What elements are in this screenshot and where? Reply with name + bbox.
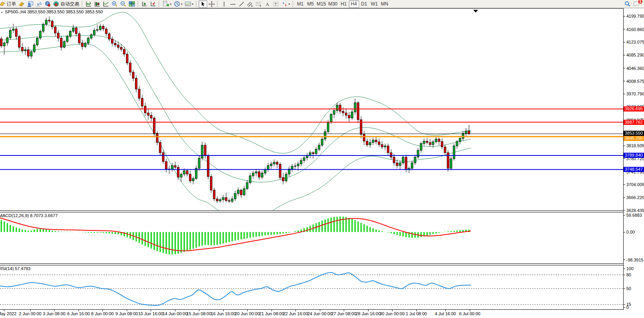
toolbar-handle[interactable] — [217, 1, 219, 7]
price-level-badge[interactable]: 3789.840 — [624, 153, 644, 158]
time-tick-label: 10 Jun 16:00 — [138, 311, 163, 316]
dropdown-arrow-icon: ▾ — [192, 2, 193, 6]
main-chart-panel[interactable]: ▾ SP500-,H4 3853.550 3853.550 3853.550 3… — [0, 8, 623, 211]
auto-scroll-button[interactable] — [140, 0, 149, 8]
horizontal-line-button[interactable] — [228, 0, 237, 8]
crosshair-button[interactable] — [207, 0, 216, 8]
search-button[interactable] — [623, 0, 632, 8]
chart-shift-marker[interactable] — [473, 10, 478, 13]
price-chart-plot[interactable] — [0, 9, 623, 210]
price-level-badge[interactable]: 3853.550 — [624, 131, 644, 136]
toolbar-handle[interactable] — [292, 1, 294, 7]
templates-button[interactable]: ▾ — [184, 0, 195, 8]
chat-button[interactable]: 1 — [632, 0, 641, 8]
candle — [309, 153, 311, 155]
chart-expand-marker[interactable]: ▾ — [1, 11, 3, 14]
new-chart-button[interactable]: ▾ — [161, 0, 173, 8]
candle — [465, 131, 467, 133]
timeframe-label: H4 — [351, 1, 357, 7]
text-label-button[interactable]: T — [272, 0, 280, 8]
timeframe-label: D1 — [361, 1, 367, 7]
timeframe-m5[interactable]: M5 — [305, 0, 316, 8]
candle — [147, 113, 149, 115]
bar-chart-button[interactable] — [84, 0, 93, 8]
price-level-badge[interactable]: 3845.290 — [624, 136, 644, 141]
candle — [273, 162, 275, 164]
price-level-badge[interactable]: 3926.695 — [624, 106, 644, 111]
candle — [201, 145, 203, 158]
channel-button[interactable]: E — [246, 0, 254, 8]
time-tick-label: 31 May 2022 — [0, 311, 16, 316]
timeframe-label: M15 — [317, 1, 326, 7]
market-button[interactable] — [43, 0, 52, 8]
candle — [228, 201, 230, 201]
toolbar-handle[interactable] — [159, 1, 161, 7]
timeframe-w1[interactable]: W1 — [369, 0, 379, 8]
time-axis[interactable]: 31 May 20222 Jun 00:003 Jun 08:006 Jun 1… — [0, 310, 644, 318]
time-tick-label: 9 Jun 08:00 — [115, 311, 138, 316]
timeframe-h4[interactable]: H4 — [349, 0, 359, 8]
new-order-button[interactable]: 订单 — [0, 0, 17, 8]
bollinger-lower-band — [0, 44, 471, 210]
zoom-in-button[interactable] — [110, 0, 119, 8]
signals-button[interactable] — [35, 0, 43, 8]
trendline-button[interactable] — [237, 0, 246, 8]
strategy-tester-button[interactable] — [26, 0, 35, 8]
rsi-panel[interactable]: RSI(14) 57.4783 — [0, 265, 623, 310]
candlestick-chart-button[interactable] — [93, 0, 102, 8]
rsi-plot[interactable] — [0, 265, 623, 309]
autotrading-button[interactable]: 自动交易 — [52, 0, 80, 8]
arrows-button[interactable]: ▾ — [280, 0, 291, 8]
price-level-badge[interactable]: 3748.547 — [624, 167, 644, 172]
toolbar-handle[interactable] — [196, 1, 198, 7]
crosshair-icon — [209, 1, 215, 7]
candle — [435, 139, 437, 142]
line-chart-button[interactable] — [102, 0, 110, 8]
macd-plot[interactable] — [0, 212, 623, 263]
autotrading-label: 自动交易 — [60, 1, 79, 7]
price-axis[interactable]: 4199.7904160.8604123.0754085.2904046.360… — [623, 8, 644, 310]
toolbar-handle[interactable] — [137, 1, 139, 7]
zoom-out-button[interactable] — [119, 0, 128, 8]
symbol-period-label: SP500-,H4 — [5, 9, 26, 14]
dropdown-arrow-icon: ▾ — [181, 2, 182, 6]
timeframe-m15[interactable]: M15 — [316, 0, 327, 8]
dropdown-arrow-icon: ▾ — [288, 2, 290, 6]
periods-button[interactable]: ▾ — [173, 0, 184, 8]
timeframe-m1[interactable]: M1 — [295, 0, 305, 8]
chart-shift-button[interactable] — [149, 0, 157, 8]
timeframe-h1[interactable]: H1 — [339, 0, 349, 8]
gold-tag-button[interactable] — [17, 0, 26, 8]
cursor-button[interactable] — [199, 0, 207, 8]
candle — [270, 164, 272, 165]
timeframe-d1[interactable]: D1 — [359, 0, 369, 8]
candle — [93, 30, 95, 35]
candle — [363, 134, 365, 141]
rsi-tick-mark — [624, 269, 625, 269]
toolbar-handle[interactable] — [82, 1, 84, 7]
auto-scroll-icon — [141, 1, 148, 7]
candle — [114, 43, 116, 45]
candle — [399, 163, 401, 166]
timeframe-label: M1 — [297, 1, 304, 7]
text-button[interactable]: A — [263, 0, 272, 8]
candle — [12, 29, 14, 30]
timeframe-m30[interactable]: M30 — [327, 0, 338, 8]
chart-shift-icon — [150, 1, 156, 7]
toolbar-group-zoom — [110, 0, 136, 8]
arrow-objects-icon — [281, 1, 288, 7]
price-level-badge[interactable]: 3887.762 — [624, 120, 644, 125]
macd-panel[interactable]: MACD(12,26,9) 8.7073 3.6677 — [0, 212, 623, 264]
candle — [120, 47, 122, 49]
rsi-tick-label: 80 — [626, 272, 631, 277]
fibonacci-button[interactable]: F — [254, 0, 263, 8]
candle — [330, 114, 332, 122]
tile-windows-button[interactable] — [128, 0, 136, 8]
timeframe-mn[interactable]: MN — [379, 0, 390, 8]
candle — [375, 140, 377, 142]
time-tick-label: 24 Jun 00:00 — [307, 311, 332, 316]
vertical-line-button[interactable] — [220, 0, 228, 8]
candle — [69, 31, 71, 37]
candle — [213, 190, 215, 199]
price-tick-mark — [624, 55, 625, 55]
